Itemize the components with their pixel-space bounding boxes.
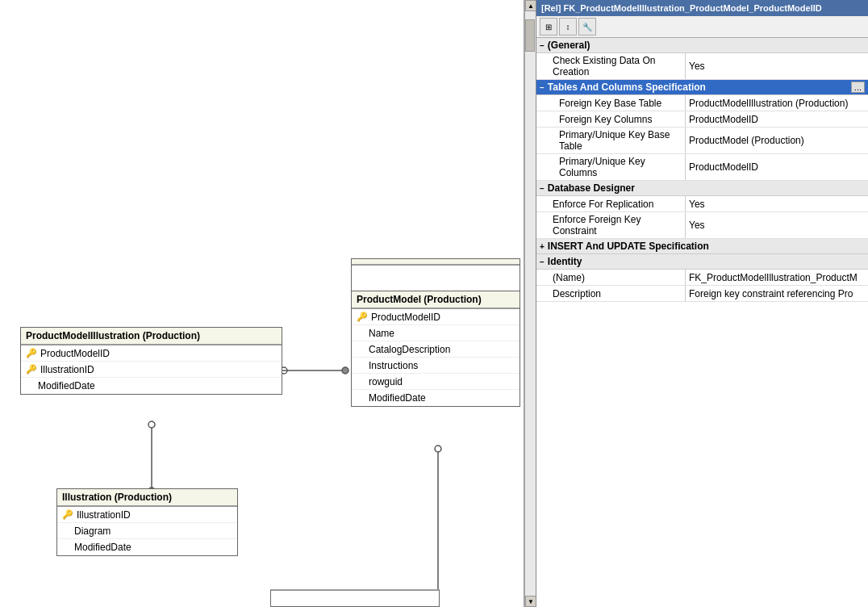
prop-name-fk-base-table: Foreign Key Base Table (536, 95, 686, 111)
section-tables-header[interactable]: − Tables And Columns Specification ... (536, 80, 868, 95)
tables-edit-btn[interactable]: ... (851, 82, 865, 93)
table-row: ModifiedDate (57, 539, 237, 555)
key-icon: 🔑 (26, 348, 37, 358)
prop-row-enforce-fk[interactable]: Enforce Foreign Key Constraint Yes (536, 212, 868, 239)
expand-icon: − (540, 184, 545, 193)
properties-panel: [Rel] FK_ProductModelIllustration_Produc… (536, 0, 868, 607)
table-row: 🔑 ProductModelID (21, 345, 282, 362)
prop-name-check-existing: Check Existing Data On Creation (536, 53, 686, 79)
scrollbar-down-btn[interactable]: ▼ (525, 596, 536, 607)
table-header: Illustration (Production) (57, 489, 237, 507)
svg-point-2 (342, 367, 348, 374)
key-icon: 🔑 (62, 509, 73, 520)
section-tables-label: Tables And Columns Specification (548, 82, 706, 93)
prop-name-pk-base-table: Primary/Unique Key Base Table (536, 128, 686, 153)
diagram-area: ProductModelIllustration (Production) 🔑 … (0, 0, 524, 607)
table-productmodel[interactable]: ProductModel (Production) 🔑 ProductModel… (351, 291, 520, 407)
table-bottom-partial (270, 589, 440, 607)
prop-value-enforce-fk: Yes (686, 212, 868, 238)
section-db-designer-label: Database Designer (548, 182, 635, 194)
expand-icon: − (540, 257, 545, 266)
key-icon: 🔑 (26, 364, 37, 375)
prop-value-enforce-replication: Yes (686, 196, 868, 211)
prop-name-pk-columns: Primary/Unique Key Columns (536, 154, 686, 180)
section-db-designer-header[interactable]: − Database Designer (536, 181, 868, 196)
toolbar-btn-sort[interactable]: ↕ (559, 18, 577, 36)
table-partial (351, 258, 520, 291)
key-icon: 🔑 (357, 312, 368, 322)
section-insert-update-header[interactable]: + INSERT And UPDATE Specification (536, 239, 868, 254)
properties-grid: − (General) Check Existing Data On Creat… (536, 38, 868, 607)
table-header: ProductModelIllustration (Production) (21, 328, 282, 345)
table-row: 🔑 IllustrationID (21, 362, 282, 378)
expand-icon: − (540, 41, 545, 50)
prop-value-name: FK_ProductModelIllustration_ProductM (686, 270, 868, 285)
prop-row-enforce-replication[interactable]: Enforce For Replication Yes (536, 196, 868, 212)
prop-value-fk-columns: ProductModelID (686, 111, 868, 127)
table-row: ModifiedDate (21, 378, 282, 394)
table-row: 🔑 IllustrationID (57, 507, 237, 523)
prop-row-check-existing[interactable]: Check Existing Data On Creation Yes (536, 53, 868, 80)
table-row: 🔑 ProductModelID (352, 309, 520, 325)
prop-name-name: (Name) (536, 270, 686, 285)
table-productmodelillustration[interactable]: ProductModelIllustration (Production) 🔑 … (20, 327, 282, 395)
svg-point-7 (435, 446, 441, 452)
section-identity-header[interactable]: − Identity (536, 254, 868, 270)
table-header: ProductModel (Production) (352, 291, 520, 309)
table-row: ModifiedDate (352, 390, 520, 406)
table-illustration[interactable]: Illustration (Production) 🔑 Illustration… (56, 488, 238, 556)
properties-toolbar: ⊞ ↕ 🔧 (536, 16, 868, 38)
table-row: Diagram (57, 523, 237, 539)
properties-title-bar: [Rel] FK_ProductModelIllustration_Produc… (536, 0, 868, 16)
prop-name-fk-columns: Foreign Key Columns (536, 111, 686, 127)
partial-table-header (352, 259, 520, 266)
toolbar-btn-grid[interactable]: ⊞ (540, 18, 557, 36)
section-insert-update-label: INSERT And UPDATE Specification (548, 241, 709, 252)
prop-value-pk-base-table: ProductModel (Production) (686, 128, 868, 153)
svg-point-4 (148, 421, 155, 428)
expand-icon: − (540, 83, 545, 92)
prop-row-description[interactable]: Description Foreign key constraint refer… (536, 286, 868, 302)
diagram-scrollbar[interactable]: ▲ ▼ (524, 0, 536, 607)
prop-row-fk-columns[interactable]: Foreign Key Columns ProductModelID (536, 111, 868, 128)
scrollbar-thumb[interactable] (525, 19, 535, 52)
prop-name-description: Description (536, 286, 686, 301)
prop-name-enforce-replication: Enforce For Replication (536, 196, 686, 211)
section-general-label: (General) (548, 40, 590, 51)
toolbar-btn-wrench[interactable]: 🔧 (578, 18, 596, 36)
prop-value-description: Foreign key constraint referencing Pro (686, 286, 868, 301)
prop-name-enforce-fk: Enforce Foreign Key Constraint (536, 212, 686, 238)
scrollbar-up-btn[interactable]: ▲ (525, 0, 536, 11)
prop-row-pk-base-table[interactable]: Primary/Unique Key Base Table ProductMod… (536, 128, 868, 154)
prop-value-check-existing: Yes (686, 53, 868, 79)
table-row: CatalogDescription (352, 341, 520, 358)
prop-value-pk-columns: ProductModelID (686, 154, 868, 180)
table-row: Instructions (352, 358, 520, 374)
table-row: rowguid (352, 374, 520, 390)
section-identity-label: Identity (548, 256, 582, 267)
expand-icon: + (540, 242, 545, 251)
prop-row-name[interactable]: (Name) FK_ProductModelIllustration_Produ… (536, 270, 868, 286)
prop-row-pk-columns[interactable]: Primary/Unique Key Columns ProductModelI… (536, 154, 868, 181)
table-row: Name (352, 325, 520, 341)
prop-row-fk-base-table[interactable]: Foreign Key Base Table ProductModelIllus… (536, 95, 868, 111)
section-general-header[interactable]: − (General) (536, 38, 868, 53)
properties-title: [Rel] FK_ProductModelIllustration_Produc… (541, 3, 822, 13)
scrollbar-track (525, 11, 536, 596)
prop-value-fk-base-table: ProductModelIllustration (Production) (686, 95, 868, 111)
